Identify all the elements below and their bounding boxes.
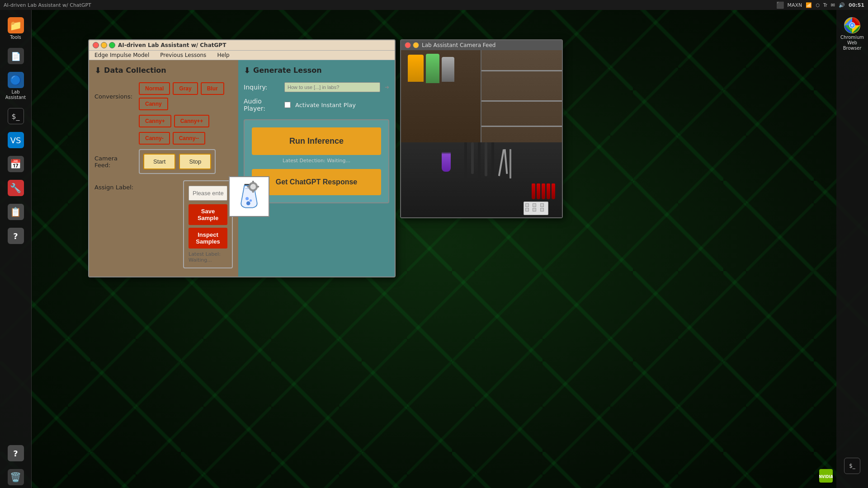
activate-instant-play-checkbox[interactable] bbox=[284, 102, 291, 108]
inspect-samples-button[interactable]: Inspect Samples bbox=[189, 228, 227, 249]
nvidia-icon: ⬛ bbox=[776, 1, 784, 9]
stop-button[interactable]: Stop bbox=[179, 154, 211, 169]
shelf-line-2 bbox=[481, 100, 562, 102]
btn-canny-plusplus[interactable]: Canny++ bbox=[174, 115, 210, 127]
conversions-row1: Conversions: Normal Gray Blur Canny bbox=[94, 82, 233, 110]
data-collection-title: ⬇ Data Collection bbox=[94, 66, 233, 75]
stand-3 bbox=[478, 142, 481, 181]
label-input[interactable] bbox=[189, 186, 227, 201]
sidebar-item-chromium[interactable]: Chromium Web Browser bbox=[839, 14, 866, 54]
svg-point-9 bbox=[246, 202, 250, 206]
sidebar-item-calendar[interactable]: 📅 bbox=[2, 153, 29, 175]
chromium-label: Chromium Web Browser bbox=[840, 35, 864, 51]
sidebar-item-files[interactable]: 📄 bbox=[2, 45, 29, 67]
svg-point-3 bbox=[851, 24, 854, 27]
window-titlebar: AI-driven Lab Assistant w/ ChatGPT bbox=[89, 40, 395, 51]
test-tube-4 bbox=[547, 183, 550, 199]
trash-icon: 🗑️ bbox=[8, 469, 24, 485]
files-icon: 📄 bbox=[8, 48, 24, 64]
run-inference-button[interactable]: Run Inference bbox=[252, 127, 381, 155]
vscode-icon: VS bbox=[8, 132, 24, 148]
storage-cell bbox=[525, 208, 529, 211]
main-app-window: AI-driven Lab Assistant w/ ChatGPT Edge … bbox=[88, 39, 396, 277]
sidebar-item-vscode[interactable]: VS bbox=[2, 129, 29, 151]
menu-help[interactable]: Help bbox=[215, 52, 231, 59]
calendar-icon: 📅 bbox=[8, 156, 24, 172]
down-arrow-icon: ⬇ bbox=[94, 66, 101, 75]
taskbar-right: ⬛ MAXN 📶 ⬡ Tr ✉ 🔊 00:51 bbox=[776, 1, 865, 9]
lab-icon: 🔵 bbox=[8, 72, 24, 88]
btn-gray[interactable]: Gray bbox=[173, 82, 198, 95]
latest-label-text: Latest Label: Waiting... bbox=[189, 251, 227, 263]
sidebar-item-terminal[interactable]: $_ bbox=[2, 105, 29, 127]
inquiry-input[interactable] bbox=[284, 82, 380, 92]
inquiry-row: Inquiry: ➜ bbox=[244, 82, 389, 92]
camera-feed-row: Camera Feed: Start Stop bbox=[94, 149, 233, 174]
assign-label-row: Assign Label: Save Sample Inspect Sample… bbox=[94, 180, 233, 268]
test-tube-2 bbox=[537, 183, 540, 199]
chromium-icon bbox=[844, 17, 860, 33]
menu-edge-impulse[interactable]: Edge Impulse Model bbox=[93, 52, 151, 59]
camera-close-button[interactable] bbox=[405, 42, 411, 48]
shelf-line bbox=[481, 70, 562, 71]
start-button[interactable]: Start bbox=[143, 154, 175, 169]
nvidia-corner-icon: NVIDIA bbox=[819, 469, 833, 484]
tool-1 bbox=[498, 149, 505, 176]
test-tubes bbox=[532, 183, 555, 199]
sidebar-item-settings[interactable]: 🔧 bbox=[2, 177, 29, 199]
svg-point-8 bbox=[250, 199, 252, 202]
close-button[interactable] bbox=[93, 42, 99, 48]
tool-2 bbox=[504, 149, 508, 174]
tool-3 bbox=[509, 149, 511, 178]
latest-detection-text: Latest Detection: Waiting... bbox=[252, 158, 381, 164]
btn-canny-plus[interactable]: Canny+ bbox=[139, 115, 171, 127]
generate-lesson-title: ⬇ Generate Lesson bbox=[244, 66, 389, 75]
btn-normal[interactable]: Normal bbox=[139, 82, 170, 95]
clock: 00:51 bbox=[849, 2, 864, 8]
assign-label-text: Assign Label: bbox=[94, 184, 135, 191]
window-title: AI-driven Lab Assistant w/ ChatGPT bbox=[118, 42, 226, 48]
user-label: MAXN bbox=[788, 2, 802, 8]
btn-blur[interactable]: Blur bbox=[201, 82, 224, 95]
sidebar-item-help2[interactable]: ? bbox=[2, 442, 29, 464]
terminal-icon: $_ bbox=[8, 108, 24, 124]
btn-canny-minus[interactable]: Canny- bbox=[139, 132, 170, 145]
help1-icon: ? bbox=[8, 228, 24, 244]
sidebar-item-trash[interactable]: 🗑️ bbox=[2, 466, 29, 488]
camera-minimize-button[interactable] bbox=[413, 42, 419, 48]
audio-player-label: Audio Player: bbox=[244, 98, 280, 112]
purple-flask bbox=[442, 147, 451, 172]
sidebar-right: Chromium Web Browser $_ bbox=[836, 10, 868, 488]
docs-icon: 📋 bbox=[8, 204, 24, 220]
sidebar-item-tools[interactable]: 📁 Tools bbox=[2, 14, 29, 43]
lab-label: Lab Assistant bbox=[5, 89, 26, 100]
sidebar-item-help1[interactable]: ? bbox=[2, 225, 29, 247]
sidebar-left: 📁 Tools 📄 🔵 Lab Assistant $_ VS 📅 🔧 📋 ? … bbox=[0, 10, 32, 488]
lab-shelf bbox=[401, 50, 562, 150]
btn-canny[interactable]: Canny bbox=[139, 98, 168, 110]
menu-previous-lessons[interactable]: Previous Lessons bbox=[158, 52, 208, 59]
conversions-label: Conversions: bbox=[94, 93, 135, 100]
down-arrow-right-icon: ⬇ bbox=[244, 66, 250, 75]
storage-box bbox=[524, 202, 548, 215]
panel-right: ⬇ Generate Lesson Inquiry: ➜ Audio Playe… bbox=[238, 60, 395, 277]
sidebar-item-docs[interactable]: 📋 bbox=[2, 201, 29, 223]
window-body: ⬇ Data Collection Conversions: Normal Gr… bbox=[89, 60, 395, 277]
camera-window-controls bbox=[405, 42, 419, 48]
chatgpt-response-button[interactable]: Get ChatGPT Response bbox=[252, 169, 381, 195]
test-tube-3 bbox=[542, 183, 545, 199]
save-sample-button[interactable]: Save Sample bbox=[189, 204, 227, 225]
minimize-button[interactable] bbox=[101, 42, 107, 48]
sidebar-item-lab[interactable]: 🔵 Lab Assistant bbox=[2, 69, 29, 103]
email-icon: ✉ bbox=[831, 2, 835, 8]
terminal-right-icon: $_ bbox=[844, 458, 860, 474]
sidebar-item-terminal-right[interactable]: $_ bbox=[839, 455, 866, 477]
conv-buttons-row1: Normal Gray Blur Canny bbox=[139, 82, 233, 110]
storage-cell bbox=[533, 203, 536, 207]
btn-canny-minusminus[interactable]: Canny-- bbox=[173, 132, 206, 145]
maximize-button[interactable] bbox=[109, 42, 115, 48]
stand-4 bbox=[485, 142, 487, 176]
camera-feed-label: Camera Feed: bbox=[94, 155, 135, 169]
svg-point-7 bbox=[245, 197, 249, 200]
storage-grid bbox=[524, 202, 548, 213]
